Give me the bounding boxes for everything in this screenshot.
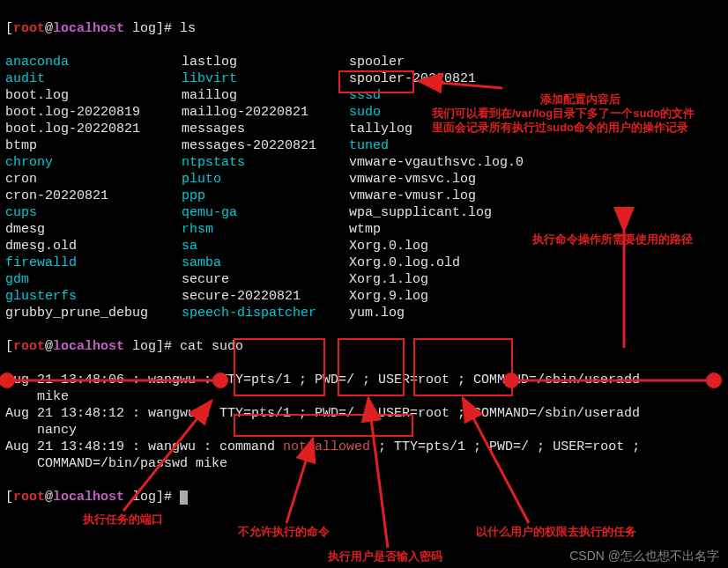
cursor [180, 491, 188, 505]
watermark: CSDN @怎么也想不出名字 [569, 548, 719, 564]
ls-cell: firewalld [5, 254, 182, 271]
ls-cell: spooler [349, 54, 405, 70]
ls-cell: vmware-vmusr.log [349, 188, 476, 204]
anno-port: 执行任务的端口 [83, 513, 163, 527]
ls-row: cron-20220821pppvmware-vmusr.log [5, 188, 723, 204]
ls-cell: secure [182, 271, 349, 288]
ls-cell: audit [5, 70, 182, 87]
command-ls: ls [180, 21, 196, 36]
ls-cell: Xorg.1.log [349, 271, 428, 288]
ls-cell: sa [182, 238, 349, 254]
cat-line: Aug 21 13:48:19 : wangwu : command not a… [5, 439, 723, 455]
ls-cell: Xorg.9.log [349, 288, 428, 305]
ls-row: chronyntpstatsvmware-vgauthsvc.log.0 [5, 154, 723, 171]
ls-cell: cron-20220821 [5, 188, 182, 204]
ls-cell: wpa_supplicant.log [349, 204, 492, 221]
ls-cell: samba [182, 254, 349, 271]
cat-line: Aug 21 13:48:06 : wangwu : TTY=pts/1 ; P… [5, 372, 723, 388]
anno-pwd: 执行用户是否输入密码 [328, 550, 442, 564]
ls-cell: messages [182, 121, 349, 137]
prompt-line-2: [root@localhost log]# cat sudo [5, 338, 723, 355]
ls-row: cronplutovmware-vmsvc.log [5, 171, 723, 188]
cat-line: mike [5, 388, 723, 405]
ls-cell: Xorg.0.log.old [349, 254, 460, 271]
ls-cell: glusterfs [5, 288, 182, 305]
ls-row: auditlibvirtspooler-20220821 [5, 70, 723, 87]
cat-output: Aug 21 13:48:06 : wangwu : TTY=pts/1 ; P… [5, 372, 723, 472]
ls-cell: cron [5, 171, 182, 188]
ls-cell: gdm [5, 271, 182, 288]
ls-cell: vmware-vmsvc.log [349, 171, 476, 188]
ls-cell: anaconda [5, 54, 182, 70]
ls-cell: secure-20220821 [182, 288, 349, 305]
ls-cell: ppp [182, 188, 349, 204]
anno-top-block: 添加配置内容后 我们可以看到在/var/log目录下多了一个sudo的文件 里面… [432, 92, 728, 135]
ls-cell: ntpstats [182, 154, 349, 171]
ls-row: anacondalastlogspooler [5, 54, 723, 70]
anno-deny: 不允许执行的命令 [238, 525, 330, 539]
ls-cell: qemu-ga [182, 204, 349, 221]
terminal-output: [root@localhost log]# ls anacondalastlog… [0, 0, 728, 526]
command-cat: cat sudo [180, 339, 243, 354]
cat-line: Aug 21 13:48:12 : wangwu : TTY=pts/1 ; P… [5, 405, 723, 422]
ls-row: gdmsecureXorg.1.log [5, 271, 723, 288]
ls-cell: wtmp [349, 221, 381, 238]
anno-path: 执行命令操作所需要使用的路径 [532, 232, 693, 247]
ls-cell: maillog [182, 87, 349, 104]
ls-cell: tuned [349, 137, 389, 154]
ls-cell: lastlog [182, 54, 349, 70]
ls-cell: chrony [5, 154, 182, 171]
ls-cell: dmesg [5, 221, 182, 238]
anno-user: 以什么用户的权限去执行的任务 [476, 525, 636, 539]
ls-cell: Xorg.0.log [349, 238, 428, 254]
cat-line: nancy [5, 422, 723, 439]
ls-cell: tallylog [349, 121, 412, 137]
ls-cell: spooler-20220821 [349, 70, 476, 87]
ls-cell: btmp [5, 137, 182, 154]
ls-cell: boot.log-20220821 [5, 121, 182, 137]
ls-cell: pluto [182, 171, 349, 188]
ls-cell: cups [5, 204, 182, 221]
ls-cell: vmware-vgauthsvc.log.0 [349, 154, 524, 171]
ls-cell: boot.log [5, 87, 182, 104]
ls-row: cupsqemu-gawpa_supplicant.log [5, 204, 723, 221]
ls-cell: libvirt [182, 70, 349, 87]
ls-row: grubby_prune_debugspeech-dispatcheryum.l… [5, 305, 723, 321]
ls-cell: messages-20220821 [182, 137, 349, 154]
ls-row: firewalldsambaXorg.0.log.old [5, 254, 723, 271]
ls-cell: boot.log-20220819 [5, 104, 182, 121]
prompt-line-1: [root@localhost log]# ls [5, 20, 723, 37]
ls-cell: sssd [349, 87, 381, 104]
ls-cell: dmesg.old [5, 238, 182, 254]
ls-cell: speech-dispatcher [182, 305, 349, 321]
ls-cell: sudo [349, 104, 381, 121]
ls-cell: grubby_prune_debug [5, 305, 182, 321]
ls-cell: yum.log [349, 305, 405, 321]
prompt-line-3: [root@localhost log]# [5, 489, 723, 505]
ls-cell: maillog-20220821 [182, 104, 349, 121]
ls-cell: rhsm [182, 221, 349, 238]
ls-row: btmpmessages-20220821tuned [5, 137, 723, 154]
cat-line: COMMAND=/bin/passwd mike [5, 455, 723, 472]
ls-row: glusterfssecure-20220821Xorg.9.log [5, 288, 723, 305]
